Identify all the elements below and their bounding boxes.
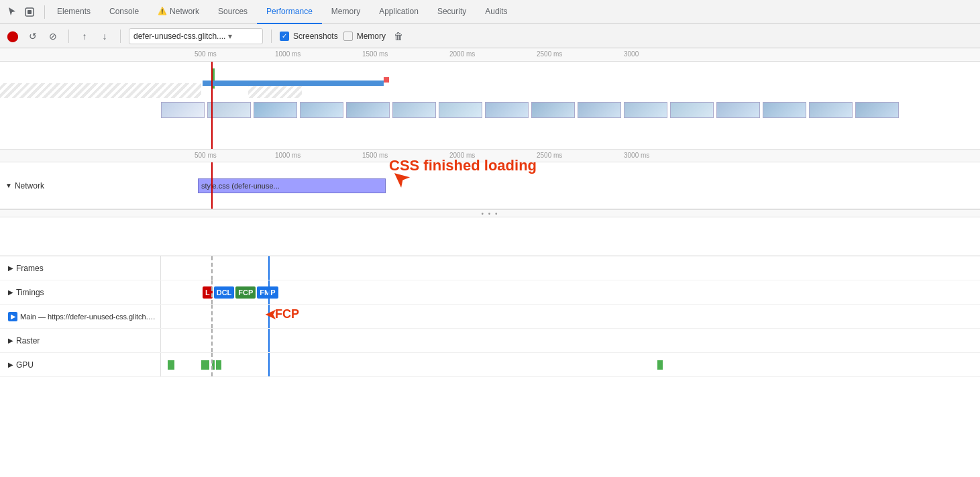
css-bar[interactable]: style.css (defer-unuse...	[198, 178, 386, 193]
tab-application[interactable]: Application	[370, 0, 428, 24]
screenshots-checkbox-group: ✓ Screenshots	[280, 32, 338, 41]
gpu-bar-4	[216, 360, 221, 370]
tab-network[interactable]: Network	[148, 0, 209, 24]
tab-sources-label: Sources	[218, 7, 248, 16]
timings-expand-icon: ▶	[8, 288, 13, 296]
gpu-label-text: GPU	[16, 360, 34, 370]
css-bar-label: style.css (defer-unuse...	[201, 182, 280, 190]
screenshot-thumb	[392, 102, 436, 118]
memory-label[interactable]: Memory	[357, 32, 386, 41]
vline-blue-timings	[268, 280, 270, 304]
screenshot-thumb	[485, 102, 529, 118]
tab-elements[interactable]: Elements	[48, 0, 100, 24]
main-blue-icon: ▶	[8, 312, 17, 321]
badge-fmp[interactable]: FMP	[257, 286, 278, 299]
tab-audits-label: Audits	[485, 7, 507, 16]
hatched-left	[0, 83, 201, 98]
tab-memory-label: Memory	[331, 7, 360, 16]
raster-label-text: Raster	[16, 336, 40, 346]
separator-1	[68, 30, 69, 43]
screenshot-thumb	[670, 102, 714, 118]
vline-dashed-raster-1	[211, 329, 213, 352]
inspect-icon[interactable]	[23, 5, 36, 19]
timing-badges-group: L DCL FCP FMP	[203, 286, 279, 299]
tick-2000: 2000 ms	[449, 50, 475, 58]
refresh-button[interactable]: ↺	[25, 29, 40, 44]
tick2-1000: 1000 ms	[275, 152, 301, 159]
main-track-row: ▶ Main — https://defer-unused-css.glitch…	[0, 305, 980, 329]
tab-sources[interactable]: Sources	[209, 0, 257, 24]
vline-dashed-frames-1	[211, 256, 213, 280]
trash-button[interactable]: 🗑	[391, 29, 406, 44]
timings-label-text: Timings	[16, 288, 44, 297]
main-track-content: FCP ➤	[161, 305, 980, 328]
tick2-2500: 2500 ms	[537, 152, 562, 159]
tick2-3000: 3000 ms	[624, 152, 649, 159]
record-button[interactable]: ⬤	[5, 29, 20, 44]
memory-checkbox[interactable]	[343, 32, 353, 41]
vline-red-top	[211, 62, 213, 149]
vline-blue-frames	[268, 256, 270, 280]
network-section-label: Network	[15, 181, 44, 191]
vline-red-network	[211, 162, 213, 209]
screenshots-label[interactable]: Screenshots	[293, 32, 338, 41]
screenshot-row	[161, 102, 900, 118]
red-dot	[384, 77, 389, 83]
screenshot-thumb	[531, 102, 575, 118]
raster-track-content	[161, 329, 980, 352]
overview-bar-blue	[203, 81, 384, 86]
vline-blue-gpu	[268, 353, 270, 376]
download-button[interactable]: ↓	[97, 29, 112, 44]
ruler-top: 500 ms 1000 ms 1500 ms 2000 ms 2500 ms 3…	[0, 48, 980, 62]
cursor-icon[interactable]	[5, 5, 19, 19]
separator-2	[120, 30, 121, 43]
frames-label-text: Frames	[16, 264, 44, 273]
tab-bar: Elements Console Network Sources Perform…	[0, 0, 980, 24]
screenshot-thumb	[254, 102, 297, 118]
tick-1000: 1000 ms	[275, 50, 301, 58]
network-label[interactable]: ▼ Network	[5, 181, 44, 191]
tab-audits[interactable]: Audits	[476, 0, 516, 24]
gpu-track-row: ▶ GPU	[0, 353, 980, 377]
frames-expand-icon: ▶	[8, 264, 13, 272]
network-triangle-icon: ▼	[5, 182, 12, 189]
memory-checkbox-group: Memory	[343, 32, 386, 41]
tab-performance-label: Performance	[266, 7, 313, 16]
timings-track-label[interactable]: ▶ Timings	[0, 280, 161, 304]
stop-button[interactable]: ⊘	[46, 29, 60, 44]
vline-dashed-timings-1	[211, 280, 213, 304]
main-label-text: Main — https://defer-unused-css.glitch.m…	[20, 313, 160, 321]
screenshot-thumb	[624, 102, 667, 118]
tab-console-label: Console	[109, 7, 139, 16]
overview-area[interactable]	[0, 62, 980, 149]
tab-network-label: Network	[170, 7, 199, 16]
tab-security[interactable]: Security	[428, 0, 476, 24]
main-layout: 500 ms 1000 ms 1500 ms 2000 ms 2500 ms 3…	[0, 48, 980, 477]
frames-track-label[interactable]: ▶ Frames	[0, 256, 161, 280]
vline-dashed-main-1	[211, 305, 213, 328]
screenshot-thumb	[763, 102, 806, 118]
timings-track-row: ▶ Timings L DCL FCP FMP	[0, 280, 980, 305]
screenshot-thumb	[716, 102, 760, 118]
screenshot-thumb	[346, 102, 390, 118]
screenshot-thumb	[439, 102, 482, 118]
screenshot-thumb	[578, 102, 621, 118]
gpu-track-label[interactable]: ▶ GPU	[0, 353, 161, 376]
vline-blue-raster	[268, 329, 270, 352]
badge-dcl[interactable]: DCL	[214, 286, 235, 299]
screenshot-thumb	[300, 102, 343, 118]
badge-fcp[interactable]: FCP	[235, 286, 256, 299]
raster-track-label[interactable]: ▶ Raster	[0, 329, 161, 352]
raster-track-row: ▶ Raster	[0, 329, 980, 353]
tab-performance[interactable]: Performance	[257, 0, 322, 24]
tab-console[interactable]: Console	[100, 0, 148, 24]
screenshots-checkbox[interactable]: ✓	[280, 32, 289, 41]
main-track-label[interactable]: ▶ Main — https://defer-unused-css.glitch…	[0, 305, 161, 328]
bottom-panel: ▶ Frames ▶ Timings L DCL FCP FMP	[0, 256, 980, 477]
tab-memory[interactable]: Memory	[322, 0, 370, 24]
dots-divider: • • •	[0, 209, 980, 217]
url-text: defer-unused-css.glitch....	[133, 32, 225, 41]
url-display: defer-unused-css.glitch.... ▾	[129, 28, 263, 44]
upload-button[interactable]: ↑	[77, 29, 92, 44]
url-dropdown-icon[interactable]: ▾	[228, 32, 232, 41]
